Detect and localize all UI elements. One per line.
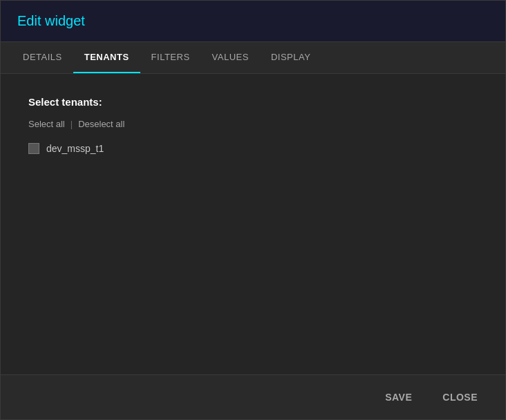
modal-title: Edit widget	[17, 13, 489, 29]
tenant-item: dev_mssp_t1	[28, 143, 478, 154]
tab-bar: DETAILS TENANTS FILTERS VALUES DISPLAY	[1, 42, 505, 74]
section-title: Select tenants:	[28, 96, 478, 108]
tenant-checkbox[interactable]	[28, 143, 39, 154]
tab-display[interactable]: DISPLAY	[260, 42, 321, 73]
modal-header: Edit widget	[1, 1, 505, 42]
modal-body: Select tenants: Select all | Deselect al…	[1, 74, 505, 374]
edit-widget-modal: Edit widget DETAILS TENANTS FILTERS VALU…	[0, 0, 506, 420]
tab-values[interactable]: VALUES	[201, 42, 260, 73]
select-links-row: Select all | Deselect all	[28, 119, 478, 129]
deselect-all-link[interactable]: Deselect all	[78, 119, 124, 129]
tab-filters[interactable]: FILTERS	[140, 42, 201, 73]
modal-footer: SAVE CLOSE	[1, 374, 505, 419]
divider: |	[71, 119, 73, 129]
save-button[interactable]: SAVE	[371, 385, 426, 410]
tenant-label: dev_mssp_t1	[46, 143, 104, 154]
close-button[interactable]: CLOSE	[429, 385, 491, 410]
select-all-link[interactable]: Select all	[28, 119, 65, 129]
tab-details[interactable]: DETAILS	[12, 42, 73, 73]
tab-tenants[interactable]: TENANTS	[73, 42, 140, 73]
